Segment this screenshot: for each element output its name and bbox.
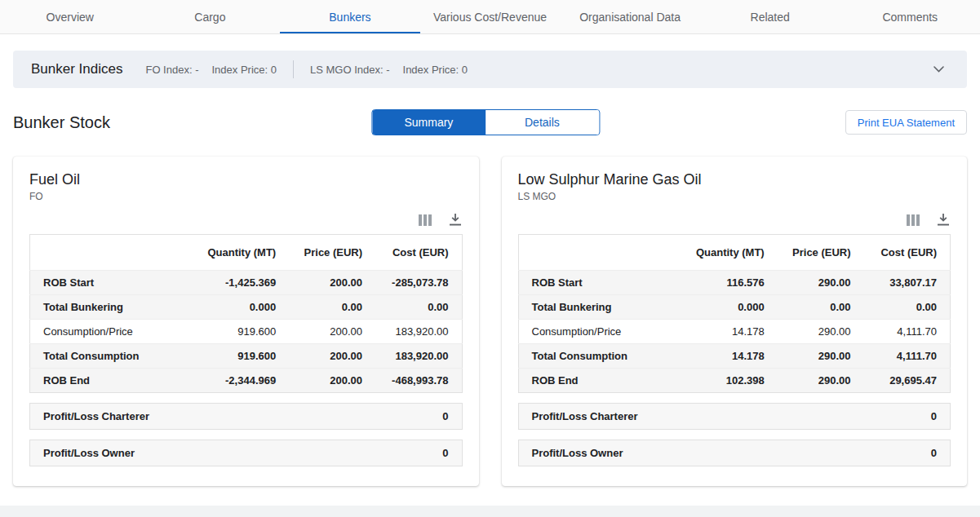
fo-index-price: Index Price: 0 — [211, 64, 277, 76]
download-icon[interactable] — [450, 214, 461, 226]
row-cost: 0.00 — [375, 295, 462, 320]
price-header: Price (EUR) — [289, 235, 375, 271]
page-title: Bunker Stock — [13, 113, 110, 132]
profit-loss-label: Profit/Loss Owner — [43, 447, 135, 459]
row-cost: 29,695.47 — [864, 369, 951, 393]
profit-loss-label: Profit/Loss Charterer — [532, 410, 638, 422]
top-tab-bar: Overview Cargo Bunkers Various Cost/Reve… — [0, 0, 980, 34]
table-row: Total Consumption 919.600 200.00 183,920… — [30, 344, 463, 369]
row-price: 200.00 — [289, 344, 375, 369]
summary-toggle-button[interactable]: Summary — [372, 110, 486, 135]
chevron-down-icon[interactable] — [929, 61, 949, 77]
download-icon[interactable] — [938, 214, 949, 226]
fuel-oil-table: Quantity (MT) Price (EUR) Cost (EUR) ROB… — [29, 234, 463, 393]
tab-overview[interactable]: Overview — [0, 0, 140, 33]
row-price: 0.00 — [778, 295, 864, 320]
row-label: Total Consumption — [30, 344, 177, 369]
corner-header — [30, 235, 177, 271]
row-label: ROB Start — [518, 271, 665, 295]
row-label: Total Bunkering — [518, 295, 665, 320]
profit-loss-value: 0 — [931, 447, 937, 459]
profit-loss-value: 0 — [442, 447, 448, 459]
row-price: 200.00 — [289, 271, 375, 295]
row-cost: 4,111.70 — [864, 320, 951, 344]
price-header: Price (EUR) — [778, 235, 864, 271]
table-row: Consumption/Price 14.178 290.00 4,111.70 — [518, 320, 951, 344]
profit-loss-charterer-row: Profit/Loss Charterer 0 — [518, 403, 951, 430]
tab-label: Bunkers — [329, 11, 370, 24]
row-label: ROB Start — [30, 271, 177, 295]
tab-label: Organisational Data — [579, 11, 681, 24]
row-label: Consumption/Price — [30, 320, 177, 344]
table-row: ROB Start -1,425.369 200.00 -285,073.78 — [30, 271, 463, 295]
profit-loss-owner-row: Profit/Loss Owner 0 — [518, 440, 951, 466]
row-cost: 183,920.00 — [375, 320, 462, 344]
view-toggle: Summary Details — [371, 109, 600, 135]
corner-header — [518, 235, 665, 271]
row-quantity: 919.600 — [177, 320, 290, 344]
profit-loss-value: 0 — [931, 410, 937, 422]
tab-label: Various Cost/Revenue — [433, 11, 547, 24]
row-price: 0.00 — [289, 295, 375, 320]
profit-loss-value: 0 — [442, 410, 448, 422]
row-quantity: 919.600 — [177, 344, 290, 369]
table-row: ROB Start 116.576 290.00 33,807.17 — [518, 271, 951, 295]
row-label: Total Consumption — [518, 344, 665, 369]
card-toolbar — [518, 214, 950, 226]
indices-divider — [293, 60, 294, 78]
row-price: 290.00 — [778, 320, 864, 344]
tab-label: Comments — [882, 11, 938, 24]
tab-organisational-data[interactable]: Organisational Data — [560, 0, 700, 33]
tab-related[interactable]: Related — [700, 0, 840, 33]
profit-loss-owner-row: Profit/Loss Owner 0 — [29, 440, 463, 466]
tab-comments[interactable]: Comments — [840, 0, 980, 33]
ls-mgo-table: Quantity (MT) Price (EUR) Cost (EUR) ROB… — [518, 234, 951, 393]
cost-header: Cost (EUR) — [864, 235, 951, 271]
row-quantity: -1,425.369 — [177, 271, 290, 295]
row-cost: -468,993.78 — [375, 369, 462, 393]
table-row: Total Bunkering 0.000 0.00 0.00 — [518, 295, 951, 320]
columns-icon[interactable] — [419, 214, 432, 226]
tab-bunkers[interactable]: Bunkers — [280, 0, 420, 33]
quantity-header: Quantity (MT) — [177, 235, 290, 271]
profit-loss-label: Profit/Loss Charterer — [43, 410, 149, 422]
card-toolbar — [29, 214, 461, 226]
profit-loss-label: Profit/Loss Owner — [532, 447, 623, 459]
table-row: ROB End 102.398 290.00 29,695.47 — [518, 369, 951, 393]
details-toggle-button[interactable]: Details — [486, 110, 599, 135]
row-quantity: 102.398 — [665, 369, 778, 393]
card-subtitle: LS MGO — [518, 191, 951, 202]
tab-various-cost-revenue[interactable]: Various Cost/Revenue — [420, 0, 561, 33]
bunker-stock-header: Bunker Stock Summary Details Print EUA S… — [13, 109, 967, 135]
row-label: Total Bunkering — [30, 295, 177, 320]
row-price: 200.00 — [289, 369, 375, 393]
row-quantity: 0.000 — [665, 295, 778, 320]
bunker-indices-title: Bunker Indices — [31, 61, 122, 77]
row-cost: 0.00 — [864, 295, 951, 320]
bunker-cards: Fuel Oil FO Quantity (MT) Price (EUR) Co… — [13, 157, 967, 486]
row-label: ROB End — [518, 369, 665, 393]
bunker-indices-bar[interactable]: Bunker Indices FO Index: - Index Price: … — [13, 51, 967, 88]
row-cost: 33,807.17 — [864, 271, 951, 295]
ls-mgo-card: Low Sulphur Marine Gas Oil LS MGO Quanti… — [502, 157, 968, 486]
tab-label: Related — [751, 11, 790, 24]
card-title: Low Sulphur Marine Gas Oil — [518, 171, 951, 188]
fuel-oil-card: Fuel Oil FO Quantity (MT) Price (EUR) Co… — [13, 157, 479, 486]
row-label: ROB End — [30, 369, 177, 393]
lsmgo-index-value: LS MGO Index: - — [310, 64, 390, 76]
print-eua-statement-button[interactable]: Print EUA Statement — [845, 110, 967, 135]
tab-label: Cargo — [194, 11, 225, 24]
row-label: Consumption/Price — [518, 320, 665, 344]
row-quantity: -2,344.969 — [177, 369, 290, 393]
tab-cargo[interactable]: Cargo — [140, 0, 281, 33]
row-quantity: 0.000 — [177, 295, 290, 320]
table-row: ROB End -2,344.969 200.00 -468,993.78 — [30, 369, 463, 393]
cost-header: Cost (EUR) — [375, 235, 462, 271]
card-subtitle: FO — [29, 191, 463, 202]
table-header-row: Quantity (MT) Price (EUR) Cost (EUR) — [518, 235, 951, 271]
row-quantity: 14.178 — [665, 320, 778, 344]
columns-icon[interactable] — [907, 214, 920, 226]
row-price: 200.00 — [289, 320, 375, 344]
table-row: Total Consumption 14.178 290.00 4,111.70 — [518, 344, 951, 369]
table-row: Total Bunkering 0.000 0.00 0.00 — [30, 295, 463, 320]
